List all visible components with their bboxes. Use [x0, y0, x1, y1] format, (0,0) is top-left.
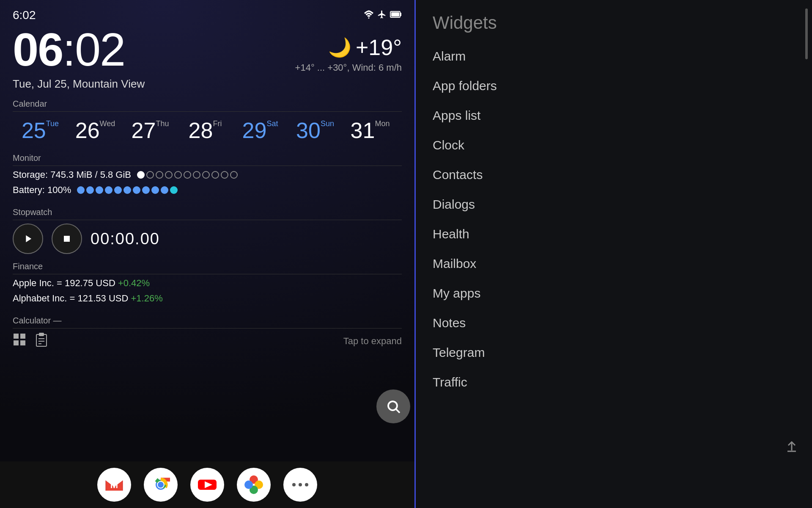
cal-day-25[interactable]: 25 Tue — [13, 115, 68, 146]
calculator-title: Calculator — — [13, 316, 402, 329]
calc-tap-label[interactable]: Tap to expand — [343, 336, 402, 347]
clock-minute: 02 — [75, 23, 125, 75]
grid-icon[interactable] — [13, 333, 26, 349]
dot-6 — [184, 171, 191, 179]
widget-app-folders[interactable]: App folders — [433, 71, 795, 101]
bat-dot-9 — [151, 186, 159, 194]
widget-traffic[interactable]: Traffic — [433, 367, 795, 397]
cal-day-30[interactable]: 30 Sun — [288, 115, 343, 146]
weather-detail: +14° ... +30°, Wind: 6 m/h — [295, 62, 402, 73]
cal-name-31: Mon — [375, 119, 390, 128]
cal-num-27: 27 — [132, 119, 156, 141]
cal-name-26: Wed — [100, 119, 115, 128]
battery-icon — [390, 11, 402, 20]
svg-rect-9 — [20, 340, 25, 345]
cal-num-30: 30 — [296, 119, 321, 141]
svg-point-0 — [368, 17, 370, 19]
dot-11 — [230, 171, 238, 179]
dot-7 — [193, 171, 200, 179]
dock-youtube[interactable] — [190, 468, 224, 502]
bat-dot-11 — [170, 186, 178, 194]
clock-hour: 06 — [13, 23, 63, 75]
svg-text:M: M — [110, 480, 118, 490]
dot-3 — [156, 171, 163, 179]
clipboard-icon[interactable] — [35, 332, 48, 350]
cal-num-26: 26 — [75, 119, 100, 141]
svg-point-23 — [158, 482, 164, 488]
dock-chrome[interactable] — [144, 468, 178, 502]
widget-clock[interactable]: Clock — [433, 130, 795, 160]
search-fab[interactable] — [376, 389, 410, 423]
stopwatch-section: Stopwatch 00:00.00 — [13, 207, 402, 254]
cal-day-31[interactable]: 31 Mon — [343, 115, 398, 146]
finance-title: Finance — [13, 262, 402, 274]
cal-day-29[interactable]: 29 Sat — [233, 115, 288, 146]
scrollbar[interactable] — [805, 8, 808, 59]
dot-4 — [165, 171, 173, 179]
stopwatch-title: Stopwatch — [13, 207, 402, 220]
weather-main: 🌙 +19° — [328, 35, 402, 60]
svg-line-16 — [396, 409, 400, 413]
date-line: Tue, Jul 25, Mountain View — [13, 77, 402, 91]
dot-10 — [221, 171, 228, 179]
battery-label: Battery: 100% — [13, 185, 71, 196]
widget-contacts[interactable]: Contacts — [433, 160, 795, 190]
big-clock: 06:02 — [13, 26, 125, 73]
stopwatch-stop-button[interactable] — [52, 224, 82, 254]
dock-gmail[interactable]: M — [97, 468, 131, 502]
apple-change: +0.42% — [118, 278, 150, 288]
bat-dot-4 — [105, 186, 112, 194]
widget-apps-list[interactable]: Apps list — [433, 101, 795, 130]
svg-rect-3 — [391, 12, 399, 17]
widget-my-apps[interactable]: My apps — [433, 279, 795, 308]
widget-mailbox[interactable]: Mailbox — [433, 249, 795, 279]
widget-dialogs[interactable]: Dialogs — [433, 190, 795, 219]
alphabet-change: +1.26% — [131, 293, 162, 304]
cal-num-25: 25 — [22, 119, 46, 141]
upload-icon[interactable] — [784, 439, 799, 457]
dock-photos[interactable] — [237, 468, 271, 502]
stopwatch-row: 00:00.00 — [13, 224, 402, 254]
dock: M — [0, 461, 414, 508]
bat-dot-6 — [123, 186, 131, 194]
dock-more[interactable] — [283, 468, 317, 502]
cal-name-29: Sat — [266, 119, 278, 128]
finance-section: Finance Apple Inc. = 192.75 USD +0.42% A… — [13, 262, 402, 308]
widget-telegram[interactable]: Telegram — [433, 338, 795, 367]
svg-point-31 — [244, 480, 253, 489]
widget-alarm[interactable]: Alarm — [433, 41, 795, 71]
battery-row: Battery: 100% — [13, 185, 402, 196]
widgets-title: Widgets — [433, 13, 795, 33]
cal-day-28[interactable]: 28 Fri — [178, 115, 233, 146]
widget-health[interactable]: Health — [433, 219, 795, 249]
alphabet-name: Alphabet Inc. = 121.53 USD — [13, 293, 131, 304]
storage-row: Storage: 745.3 MiB / 5.8 GiB — [13, 169, 402, 180]
dot-8 — [202, 171, 210, 179]
svg-rect-2 — [400, 13, 401, 16]
stopwatch-play-button[interactable] — [13, 224, 43, 254]
svg-rect-11 — [39, 333, 44, 336]
dot-1 — [137, 171, 145, 179]
svg-point-34 — [299, 483, 302, 486]
dot-5 — [174, 171, 182, 179]
bat-dot-1 — [77, 186, 85, 194]
cal-num-31: 31 — [351, 119, 375, 141]
cal-name-25: Tue — [46, 119, 59, 128]
finance-apple[interactable]: Apple Inc. = 192.75 USD +0.42% — [13, 278, 402, 289]
monitor-title: Monitor — [13, 153, 402, 166]
apple-name: Apple Inc. = 192.75 USD — [13, 278, 118, 288]
status-bar: 6:02 — [13, 8, 402, 22]
calc-icons — [13, 332, 48, 350]
right-panel: Widgets Alarm App folders Apps list Cloc… — [414, 0, 812, 508]
finance-alphabet[interactable]: Alphabet Inc. = 121.53 USD +1.26% — [13, 293, 402, 304]
bat-dot-3 — [96, 186, 103, 194]
stopwatch-time: 00:00.00 — [91, 230, 160, 248]
widget-notes[interactable]: Notes — [433, 308, 795, 338]
cal-day-27[interactable]: 27 Thu — [123, 115, 178, 146]
cal-day-26[interactable]: 26 Wed — [68, 115, 123, 146]
svg-rect-7 — [20, 334, 25, 339]
calendar-section: Calendar 25 Tue 26 Wed — [13, 99, 402, 146]
svg-rect-6 — [14, 334, 19, 339]
cal-name-28: Fri — [213, 119, 222, 128]
play-icon — [22, 233, 34, 245]
